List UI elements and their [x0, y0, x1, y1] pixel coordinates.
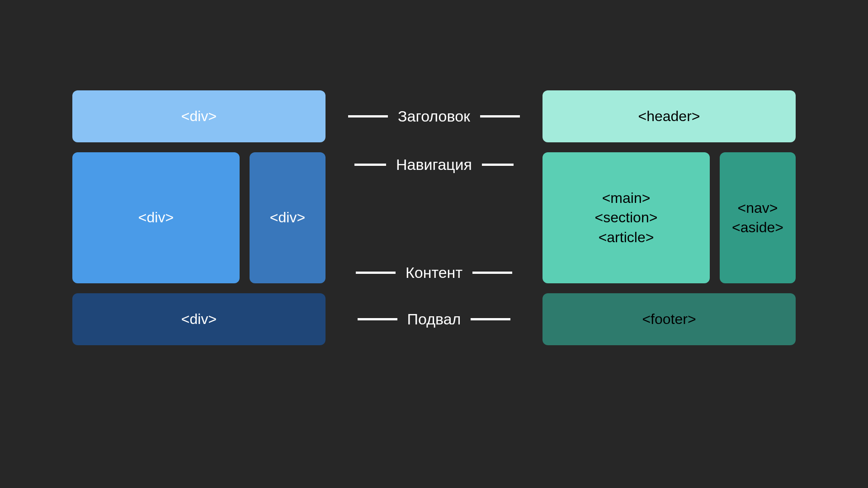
connector-line — [356, 272, 396, 274]
label-header: Заголовок — [388, 108, 480, 125]
connector-line — [480, 115, 520, 117]
right-header-label: <header> — [638, 107, 700, 126]
right-middle-row: <main> <section> <article> <nav> <aside> — [542, 152, 796, 283]
right-nav-label: <nav> <aside> — [732, 198, 783, 237]
connector-line — [354, 164, 386, 166]
left-column-div-layout: <div> <div> <div> <div> — [72, 90, 326, 345]
left-middle-row: <div> <div> — [72, 152, 326, 283]
label-row-header: Заголовок — [326, 90, 542, 142]
connector-line — [472, 272, 512, 274]
connector-line — [358, 318, 397, 320]
left-nav-box: <div> — [250, 152, 326, 283]
right-content-label: <main> <section> <article> — [595, 188, 658, 247]
left-content-label: <div> — [138, 208, 174, 227]
left-footer-label: <div> — [181, 310, 217, 329]
right-footer-box: <footer> — [542, 293, 796, 345]
right-nav-box: <nav> <aside> — [720, 152, 796, 283]
left-nav-label: <div> — [270, 208, 305, 227]
right-content-box: <main> <section> <article> — [542, 152, 710, 283]
connector-line — [482, 164, 514, 166]
right-footer-label: <footer> — [642, 310, 696, 329]
right-header-box: <header> — [542, 90, 796, 142]
semantic-html-diagram: <div> <div> <div> <div> Заголовок — [72, 90, 796, 345]
label-row-content: Контент — [326, 259, 542, 283]
label-row-navigation: Навигация — [326, 152, 542, 177]
left-header-label: <div> — [181, 107, 217, 126]
left-footer-box: <div> — [72, 293, 326, 345]
middle-labels-column: Заголовок Навигация Контент — [326, 90, 542, 345]
right-column-semantic-layout: <header> <main> <section> <article> <nav… — [542, 90, 796, 345]
label-footer: Подвал — [397, 310, 471, 328]
label-row-footer: Подвал — [326, 293, 542, 345]
left-content-box: <div> — [72, 152, 240, 283]
label-navigation: Навигация — [386, 156, 482, 174]
connector-line — [348, 115, 388, 117]
left-header-box: <div> — [72, 90, 326, 142]
connector-line — [471, 318, 510, 320]
label-content: Контент — [396, 264, 472, 282]
